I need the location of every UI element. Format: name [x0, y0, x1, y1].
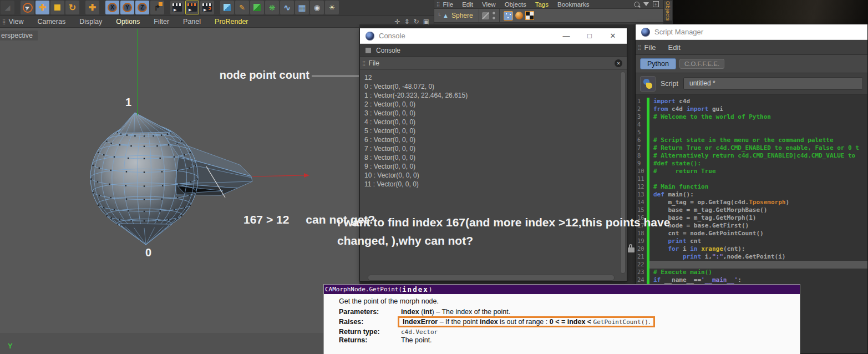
- line-number: 3: [636, 113, 647, 121]
- script-manager-titlebar[interactable]: Script Manager: [636, 24, 867, 40]
- coordinate-system-toggle[interactable]: ↱: [150, 1, 164, 14]
- minimize-button[interactable]: —: [558, 32, 575, 40]
- line-number: 8: [636, 152, 647, 160]
- line-number: 5: [636, 129, 647, 136]
- add-bookmark-icon[interactable]: +: [653, 1, 659, 7]
- console-line: 7 : Vector(0, 0, 0): [364, 144, 627, 153]
- make-editable[interactable]: [250, 1, 264, 14]
- code-line[interactable]: 10# return True: [636, 168, 867, 175]
- console-output[interactable]: 120 : Vector(0, -48.072, 0)1 : Vector(-2…: [360, 70, 627, 282]
- polygon-selection-tag-icon[interactable]: [504, 11, 513, 21]
- code-line[interactable]: 22: [636, 261, 867, 269]
- script-edit-menu[interactable]: Edit: [668, 43, 681, 52]
- code-line[interactable]: 9#def state():: [636, 160, 867, 168]
- add-camera-object[interactable]: ◉: [310, 1, 324, 14]
- perspective-viewport[interactable]: erspective Y: [0, 28, 366, 354]
- om-menu-edit[interactable]: Edit: [462, 1, 473, 8]
- om-menu-file[interactable]: File: [443, 1, 454, 8]
- add-cube-object[interactable]: [220, 1, 234, 14]
- script-file-menu[interactable]: File: [644, 43, 656, 52]
- code-line[interactable]: 7# Return True or c4d.CMD_ENABLED to ena…: [636, 144, 867, 152]
- y-axis-lock[interactable]: Y: [120, 1, 134, 14]
- uvw-texture-tag-icon[interactable]: [525, 11, 534, 20]
- code-line[interactable]: 23# Execute main(): [636, 269, 867, 276]
- code-line[interactable]: 20 for i in xrange(cnt):: [636, 245, 867, 253]
- code-line[interactable]: 1import c4d: [636, 98, 867, 105]
- move-tool[interactable]: ✚: [35, 1, 49, 14]
- inactive-tool-icon[interactable]: ◢: [1, 1, 14, 14]
- code-line[interactable]: 4: [636, 121, 867, 129]
- om-menu-tags[interactable]: Tags: [535, 1, 549, 8]
- render-settings-button[interactable]: ▶: [200, 1, 214, 14]
- code-line[interactable]: 6# Script state in the menu or the comma…: [636, 136, 867, 144]
- viewport-menu-panel[interactable]: Panel: [183, 18, 201, 26]
- code-line[interactable]: 14 m_tag = op.GetTag(c4d.Tposemorph): [636, 199, 867, 206]
- console-close-icon[interactable]: ✕: [615, 59, 622, 67]
- tab-coffee[interactable]: C.O.F.F.E.E.: [679, 59, 724, 69]
- code-line[interactable]: 12# Main function: [636, 183, 867, 191]
- viewport-menu-options[interactable]: Options: [116, 18, 140, 26]
- line-number: 9: [636, 160, 647, 168]
- viewport-view-label[interactable]: erspective: [0, 31, 38, 41]
- layer-color-chip[interactable]: [482, 12, 489, 19]
- script-name-dropdown[interactable]: untitled *: [683, 77, 863, 90]
- live-selection-tool[interactable]: ➤: [21, 1, 34, 14]
- console-menubar: ⣿ File ✕: [360, 57, 627, 70]
- viewport-menu-prorender[interactable]: ProRender: [215, 18, 248, 26]
- code-line[interactable]: 8# Alternatively return c4d.CMD_ENABLED|…: [636, 152, 867, 160]
- horizontal-scrollbar[interactable]: [368, 275, 615, 281]
- object-manager-grip-icon[interactable]: ⣿: [436, 2, 439, 7]
- visibility-toggles[interactable]: [492, 11, 496, 20]
- add-light-object[interactable]: ☀: [325, 1, 339, 14]
- viewport-menu-cameras[interactable]: Cameras: [37, 18, 65, 26]
- scale-tool[interactable]: [50, 1, 64, 14]
- object-row-sphere[interactable]: └ ▲ Sphere: [434, 8, 663, 23]
- x-axis-lock[interactable]: X: [105, 1, 119, 14]
- code-line[interactable]: 18 cnt = node.GetPointCount(): [636, 230, 867, 237]
- z-axis-lock[interactable]: Z: [135, 1, 149, 14]
- filter-icon[interactable]: [643, 2, 649, 6]
- code-line[interactable]: 13def main():: [636, 191, 867, 199]
- phong-tag-icon[interactable]: [515, 12, 523, 19]
- tab-python[interactable]: Python: [640, 58, 676, 69]
- code-line[interactable]: 16 base = m_tag.GetMorph(1): [636, 214, 867, 222]
- code-line[interactable]: 11: [636, 175, 867, 183]
- objects-panel-tab[interactable]: Objects: [663, 0, 673, 21]
- console-tab-label[interactable]: Console: [376, 47, 400, 54]
- code-line[interactable]: 21 print i,":",node.GetPoint(i): [636, 253, 867, 261]
- viewport-menu-display[interactable]: Display: [79, 18, 102, 26]
- code-line[interactable]: 24if __name__=='__main__':: [636, 276, 867, 284]
- console-grip-icon[interactable]: ⣿: [362, 60, 365, 66]
- object-name[interactable]: Sphere: [451, 12, 479, 19]
- vertical-scrollbar[interactable]: [620, 72, 626, 274]
- rotate-tool[interactable]: ↻: [65, 1, 79, 14]
- console-tab-bar: Console: [360, 44, 627, 57]
- render-picture-viewer-button[interactable]: ▶: [185, 1, 199, 14]
- script-manager-grip-icon[interactable]: ⣿: [638, 44, 641, 50]
- doc-row: Return type:c4d.Vector: [339, 328, 800, 336]
- code-line[interactable]: 19 print cnt: [636, 237, 867, 245]
- add-array-object[interactable]: ❋: [265, 1, 279, 14]
- close-button[interactable]: ✕: [605, 32, 621, 40]
- console-titlebar[interactable]: Console — □ ✕: [360, 28, 627, 44]
- code-line[interactable]: 3# Welcome to the world of Python: [636, 113, 867, 121]
- add-spline-object[interactable]: ∿: [280, 1, 294, 14]
- code-line[interactable]: 2from c4d import gui: [636, 105, 867, 113]
- viewport-menu-view[interactable]: View: [9, 18, 24, 26]
- menubar-grip-icon[interactable]: ⣿: [2, 19, 5, 24]
- console-file-menu[interactable]: File: [369, 59, 379, 67]
- add-plane-object[interactable]: ▦: [295, 1, 309, 14]
- move-axis-tool[interactable]: ✚: [85, 1, 99, 14]
- om-menu-bookmarks[interactable]: Bookmarks: [557, 1, 590, 8]
- add-pen-spline[interactable]: ✎: [235, 1, 249, 14]
- render-view-button[interactable]: ▶: [170, 1, 184, 14]
- viewport-menu-filter[interactable]: Filter: [154, 18, 169, 26]
- code-line[interactable]: 15 base = m_tag.GetMorphBase(): [636, 206, 867, 214]
- console-line: 8 : Vector(0, 0, 0): [364, 153, 627, 162]
- search-icon[interactable]: [634, 2, 639, 7]
- om-menu-view[interactable]: View: [482, 1, 496, 8]
- maximize-button[interactable]: □: [581, 32, 598, 40]
- om-menu-objects[interactable]: Objects: [505, 1, 526, 8]
- code-line[interactable]: 17 node = base.GetFirst(): [636, 222, 867, 230]
- code-line[interactable]: 5: [636, 129, 867, 136]
